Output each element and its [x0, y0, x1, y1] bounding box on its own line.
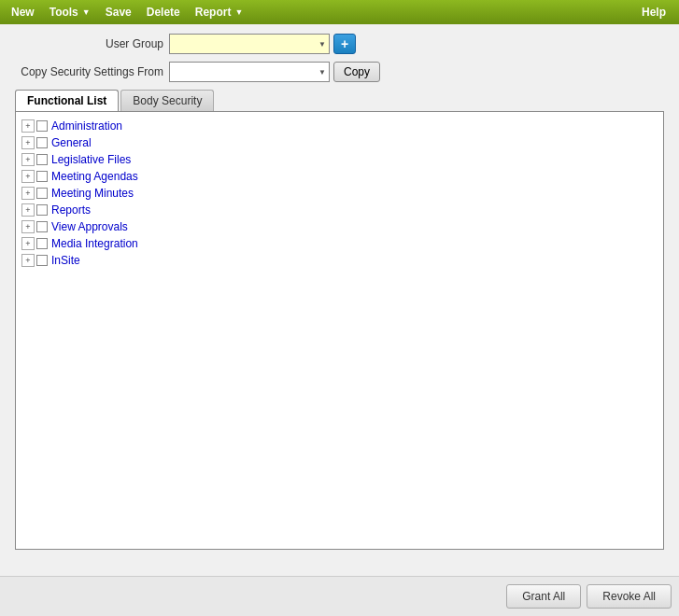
expand-icon[interactable]: + — [21, 254, 35, 267]
list-item[interactable]: + Administration — [20, 118, 659, 134]
list-item[interactable]: + Media Integration — [20, 235, 659, 252]
copy-button[interactable]: Copy — [333, 62, 380, 82]
expand-icon[interactable]: + — [21, 119, 35, 133]
expand-icon[interactable]: + — [21, 237, 35, 250]
user-group-select[interactable] — [169, 34, 330, 54]
item-label: Administration — [51, 119, 122, 133]
plus-icon: + — [341, 37, 348, 50]
menu-new[interactable]: New — [4, 0, 42, 24]
expand-icon[interactable]: + — [21, 187, 35, 200]
item-checkbox[interactable] — [36, 204, 48, 216]
bottom-bar: Grant All Revoke All — [0, 576, 679, 616]
menu-tools[interactable]: Tools ▼ — [42, 0, 98, 24]
item-checkbox[interactable] — [36, 238, 48, 249]
tabs: Functional List Body Security — [15, 90, 664, 111]
tools-arrow-icon: ▼ — [82, 7, 91, 17]
item-label: Reports — [51, 203, 91, 217]
expand-icon[interactable]: + — [21, 170, 35, 183]
menu-delete[interactable]: Delete — [139, 0, 188, 24]
item-label: Media Integration — [51, 237, 138, 250]
item-checkbox[interactable] — [36, 137, 48, 148]
item-label: General — [51, 136, 92, 149]
item-label: InSite — [51, 254, 80, 267]
menu-report[interactable]: Report ▼ — [188, 0, 251, 24]
expand-icon[interactable]: + — [21, 220, 35, 233]
list-item[interactable]: + Legislative Files — [20, 151, 659, 168]
expand-icon[interactable]: + — [21, 203, 35, 217]
item-checkbox[interactable] — [36, 255, 48, 266]
user-group-label: User Group — [15, 37, 169, 50]
menu-save[interactable]: Save — [98, 0, 139, 24]
item-checkbox[interactable] — [36, 188, 48, 199]
list-item[interactable]: + General — [20, 134, 659, 151]
item-label: View Approvals — [51, 220, 128, 233]
list-item[interactable]: + InSite — [20, 252, 659, 269]
user-group-row: User Group + — [15, 34, 664, 54]
report-arrow-icon: ▼ — [234, 7, 243, 17]
tab-functional-list[interactable]: Functional List — [15, 90, 119, 111]
list-item[interactable]: + Meeting Agendas — [20, 168, 659, 185]
expand-icon[interactable]: + — [21, 136, 35, 149]
copy-security-select[interactable] — [169, 62, 330, 82]
tab-body-security[interactable]: Body Security — [120, 90, 214, 111]
copy-security-label: Copy Security Settings From — [15, 65, 169, 78]
item-checkbox[interactable] — [36, 221, 48, 232]
revoke-all-button[interactable]: Revoke All — [587, 584, 672, 609]
item-checkbox[interactable] — [36, 171, 48, 182]
item-checkbox[interactable] — [36, 154, 48, 165]
functional-list-panel: + Administration + General + Legislative… — [15, 111, 664, 550]
copy-security-row: Copy Security Settings From Copy — [15, 62, 664, 82]
item-label: Meeting Agendas — [51, 170, 138, 183]
item-label: Meeting Minutes — [51, 187, 134, 200]
list-item[interactable]: + Meeting Minutes — [20, 185, 659, 202]
list-item[interactable]: + Reports — [20, 202, 659, 218]
menu-help[interactable]: Help — [632, 0, 675, 24]
item-label: Legislative Files — [51, 153, 131, 166]
menubar: New Tools ▼ Save Delete Report ▼ Help — [0, 0, 679, 24]
list-item[interactable]: + View Approvals — [20, 218, 659, 235]
add-user-group-button[interactable]: + — [333, 34, 356, 54]
item-checkbox[interactable] — [36, 120, 48, 132]
expand-icon[interactable]: + — [21, 153, 35, 166]
grant-all-button[interactable]: Grant All — [506, 584, 581, 609]
